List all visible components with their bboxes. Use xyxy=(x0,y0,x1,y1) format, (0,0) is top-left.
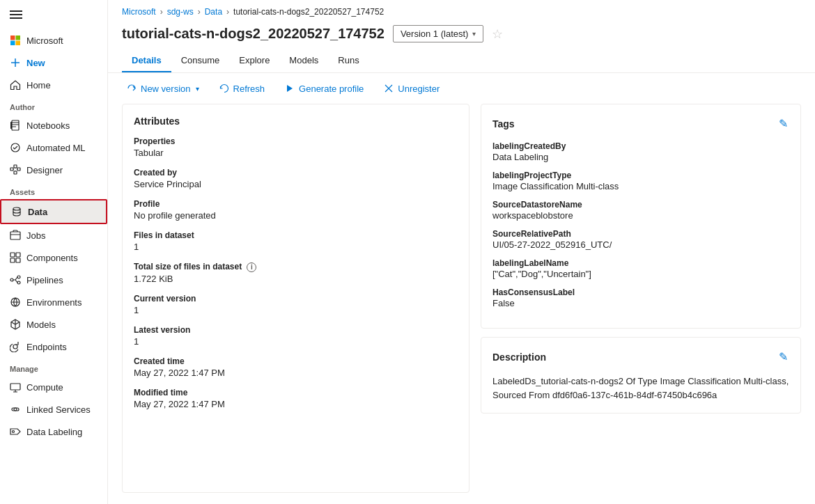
tab-explore[interactable]: Explore xyxy=(229,49,279,72)
attr-total-size-label: Total size of files in dataset i xyxy=(134,262,458,272)
svg-rect-3 xyxy=(16,41,21,46)
endpoints-label: Endpoints xyxy=(26,342,67,352)
attributes-card: Attributes Properties Tabular Created by… xyxy=(122,104,469,493)
sidebar-item-environments[interactable]: Environments xyxy=(0,291,107,313)
chevron-down-icon: ▾ xyxy=(472,30,476,38)
svg-rect-0 xyxy=(10,36,15,40)
attr-profile-value: No profile generated xyxy=(134,210,458,221)
attr-total-size: Total size of files in dataset i 1.722 K… xyxy=(134,262,458,284)
new-version-button[interactable]: New version ▾ xyxy=(122,80,203,97)
description-text: LabeledDs_tutorial-cats-n-dogs2 Of Type … xyxy=(492,375,789,402)
attr-properties-label: Properties xyxy=(134,136,458,146)
version-dropdown[interactable]: Version 1 (latest) ▾ xyxy=(393,25,484,42)
data-icon xyxy=(11,206,22,217)
version-label: Version 1 (latest) xyxy=(401,29,469,39)
tag-labeling-project-type: labelingProjectType Image Classification… xyxy=(492,171,789,191)
tag-source-relative-path-key: SourceRelativePath xyxy=(492,229,789,239)
tag-source-datastore-key: SourceDatastoreName xyxy=(492,200,789,210)
new-label: New xyxy=(26,58,45,68)
svg-rect-22 xyxy=(10,384,20,390)
attr-modified-time-value: May 27, 2022 1:47 PM xyxy=(134,399,458,409)
notebooks-label: Notebooks xyxy=(26,120,70,131)
description-card-header: Description ✎ xyxy=(492,349,789,365)
sidebar-item-data-labeling[interactable]: Data Labeling xyxy=(0,420,107,443)
description-edit-button[interactable]: ✎ xyxy=(777,349,789,365)
tag-source-relative-path-value: UI/05-27-2022_052916_UTC/ xyxy=(492,239,789,250)
info-icon[interactable]: i xyxy=(247,262,256,272)
sidebar-item-data[interactable]: Data xyxy=(0,199,107,224)
sidebar-item-jobs[interactable]: Jobs xyxy=(0,224,107,246)
tag-labeling-project-type-key: labelingProjectType xyxy=(492,171,789,180)
sidebar-item-microsoft[interactable]: Microsoft xyxy=(0,29,107,52)
favorite-button[interactable]: ☆ xyxy=(492,26,503,42)
attr-files-label: Files in dataset xyxy=(134,230,458,240)
attr-files: Files in dataset 1 xyxy=(134,230,458,252)
breadcrumb-sdg-ws[interactable]: sdg-ws xyxy=(167,7,194,17)
generate-profile-button[interactable]: Generate profile xyxy=(280,80,368,97)
attr-created-by-value: Service Principal xyxy=(134,179,458,189)
sidebar-item-notebooks[interactable]: Notebooks xyxy=(0,114,107,136)
automated-ml-icon xyxy=(10,142,21,153)
attributes-title: Attributes xyxy=(134,116,458,127)
microsoft-icon xyxy=(10,35,21,46)
tab-consume[interactable]: Consume xyxy=(171,49,230,72)
svg-point-19 xyxy=(17,281,20,284)
compute-icon xyxy=(10,381,21,393)
tab-models[interactable]: Models xyxy=(279,49,328,72)
unregister-label: Unregister xyxy=(398,84,440,94)
plus-icon xyxy=(10,57,21,68)
svg-rect-13 xyxy=(10,253,15,257)
sidebar-item-pipelines[interactable]: Pipelines xyxy=(0,269,107,291)
svg-rect-7 xyxy=(10,168,13,171)
attr-profile: Profile No profile generated xyxy=(134,199,458,221)
tag-labeling-created-by-value: Data Labeling xyxy=(492,152,789,162)
attr-created-by-label: Created by xyxy=(134,168,458,178)
tags-edit-button[interactable]: ✎ xyxy=(777,116,789,132)
sidebar-item-models[interactable]: Models xyxy=(0,313,107,336)
components-icon xyxy=(10,252,21,263)
breadcrumb-sep-2: › xyxy=(198,7,201,17)
data-label: Data xyxy=(28,207,47,217)
sidebar-item-linked-services[interactable]: Linked Services xyxy=(0,398,107,420)
breadcrumb-sep-3: › xyxy=(226,7,229,17)
manage-section-label: Manage xyxy=(0,358,107,376)
page-title: tutorial-cats-n-dogs2_20220527_174752 xyxy=(122,26,385,42)
assets-section-label: Assets xyxy=(0,181,107,199)
sidebar-item-compute[interactable]: Compute xyxy=(0,376,107,398)
sidebar-item-endpoints[interactable]: Endpoints xyxy=(0,336,107,358)
sidebar-item-designer[interactable]: Designer xyxy=(0,159,107,181)
unregister-button[interactable]: Unregister xyxy=(379,80,444,97)
tag-has-consensus-label-key: HasConsensusLabel xyxy=(492,288,789,297)
linked-services-icon xyxy=(10,404,21,415)
tags-card: Tags ✎ labelingCreatedBy Data Labeling l… xyxy=(481,104,801,329)
tag-labeling-project-type-value: Image Classification Multi-class xyxy=(492,181,789,191)
svg-point-6 xyxy=(11,143,20,152)
hamburger-menu[interactable] xyxy=(0,0,107,29)
sidebar-item-components[interactable]: Components xyxy=(0,246,107,269)
toolbar: New version ▾ Refresh Generate profile U… xyxy=(108,73,815,104)
attr-modified-time-label: Modified time xyxy=(134,388,458,397)
designer-icon xyxy=(10,164,21,175)
data-labeling-icon xyxy=(10,426,21,437)
attr-properties: Properties Tabular xyxy=(134,136,458,158)
svg-rect-12 xyxy=(10,232,20,239)
sidebar-item-automated-ml[interactable]: Automated ML xyxy=(0,136,107,159)
tab-details[interactable]: Details xyxy=(122,49,171,72)
breadcrumb-data[interactable]: Data xyxy=(205,7,222,17)
description-card: Description ✎ LabeledDs_tutorial-cats-n-… xyxy=(481,337,801,414)
tags-card-header: Tags ✎ xyxy=(492,116,789,132)
svg-point-11 xyxy=(13,207,20,210)
tag-labeling-label-name-key: labelingLabelName xyxy=(492,258,789,268)
sidebar-item-new[interactable]: New xyxy=(0,52,107,74)
new-version-icon xyxy=(126,83,137,94)
refresh-button[interactable]: Refresh xyxy=(215,80,270,97)
generate-profile-label: Generate profile xyxy=(299,84,364,94)
components-label: Components xyxy=(26,253,78,263)
tag-source-relative-path: SourceRelativePath UI/05-27-2022_052916_… xyxy=(492,229,789,250)
tag-labeling-label-name: labelingLabelName ["Cat","Dog","Uncertai… xyxy=(492,258,789,279)
breadcrumb-microsoft[interactable]: Microsoft xyxy=(122,7,156,17)
sidebar-item-home[interactable]: Home xyxy=(0,74,107,96)
tab-runs[interactable]: Runs xyxy=(328,49,368,72)
svg-rect-2 xyxy=(10,41,15,46)
tag-labeling-created-by: labelingCreatedBy Data Labeling xyxy=(492,141,789,162)
